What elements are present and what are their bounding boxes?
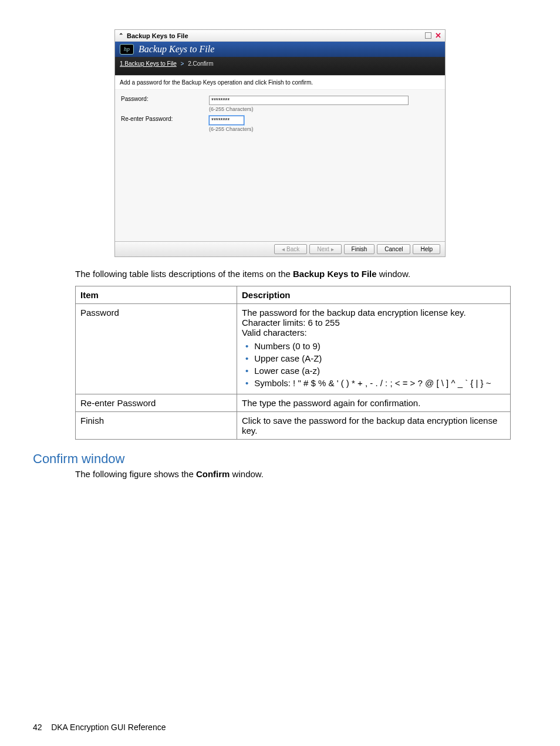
list-item: Numbers (0 to 9) [245, 341, 505, 351]
next-button[interactable]: Next ▸ [309, 244, 341, 254]
table-header-row: Item Description [76, 286, 511, 304]
help-button[interactable]: Help [413, 244, 440, 254]
table-row: Re-enter Password The type the password … [76, 394, 511, 412]
desc-line: Valid characters: [242, 328, 505, 337]
page-footer: 42 DKA Encryption GUI Reference [33, 723, 166, 732]
title-bar: ⌃ Backup Keys to File ✕ [115, 30, 445, 42]
reenter-password-hint: (6-255 Characters) [209, 126, 409, 132]
intro-1a: The following table lists descriptions o… [75, 269, 293, 279]
title-bar-text: Backup Keys to File [127, 32, 188, 39]
cell-desc: Click to save the password for the backu… [237, 412, 511, 440]
collapse-icon[interactable]: ⌃ [119, 32, 123, 39]
list-item: Lower case (a-z) [245, 366, 505, 376]
password-hint: (6-255 Characters) [209, 106, 409, 112]
col-description: Description [237, 286, 511, 304]
section-intro: The following figure shows the Confirm w… [75, 469, 485, 479]
cancel-button[interactable]: Cancel [377, 244, 410, 254]
table-row: Password The password for the backup dat… [76, 304, 511, 394]
reenter-password-label: Re-enter Password: [121, 116, 209, 122]
cell-item: Finish [76, 412, 237, 440]
reenter-password-input[interactable] [209, 116, 244, 125]
wizard-header: hp Backup Keys to File [115, 42, 445, 57]
button-bar: ◂ Back Next ▸ Finish Cancel Help [115, 241, 445, 256]
instruction-text: Add a password for the Backup Keys opera… [115, 75, 445, 90]
cell-item: Password [76, 304, 237, 394]
close-icon[interactable]: ✕ [435, 31, 441, 40]
intro-2b: Confirm [196, 469, 230, 479]
maximize-icon[interactable] [425, 32, 431, 39]
list-item: Symbols: ! " # $ % & ' ( ) * + , - . / :… [245, 378, 505, 388]
page-number: 42 [33, 723, 42, 732]
list-item: Upper case (A-Z) [245, 353, 505, 363]
table-row: Finish Click to save the password for th… [76, 412, 511, 440]
desc-line: The password for the backup data encrypt… [242, 308, 505, 318]
hp-logo-icon: hp [120, 44, 134, 55]
intro-1c: window. [377, 269, 411, 279]
footer-title: DKA Encryption GUI Reference [51, 723, 166, 732]
cell-item: Re-enter Password [76, 394, 237, 412]
password-label: Password: [121, 96, 209, 102]
password-input[interactable] [209, 96, 409, 105]
breadcrumb: 1.Backup Keys to File > 2.Confirm [115, 57, 445, 75]
crumb-sep: > [181, 60, 184, 67]
table-intro: The following table lists descriptions o… [75, 269, 485, 279]
col-item: Item [76, 286, 237, 304]
crumb-step2: 2.Confirm [188, 60, 213, 67]
bullet-list: Numbers (0 to 9) Upper case (A-Z) Lower … [242, 341, 505, 388]
wizard-header-text: Backup Keys to File [139, 44, 214, 55]
intro-1b: Backup Keys to File [293, 269, 377, 279]
description-table: Item Description Password The password f… [75, 286, 511, 440]
intro-2c: window. [230, 469, 264, 479]
finish-button[interactable]: Finish [344, 244, 375, 254]
intro-2a: The following figure shows the [75, 469, 196, 479]
desc-line: Character limits: 6 to 255 [242, 318, 505, 328]
cell-desc: The type the password again for confirma… [237, 394, 511, 412]
back-button[interactable]: ◂ Back [274, 244, 307, 254]
wizard-window: ⌃ Backup Keys to File ✕ hp Backup Keys t… [114, 29, 446, 257]
crumb-step1[interactable]: 1.Backup Keys to File [120, 60, 177, 67]
section-heading: Confirm window [33, 451, 527, 467]
cell-desc: The password for the backup data encrypt… [237, 304, 511, 394]
form-area: Password: (6-255 Characters) Re-enter Pa… [115, 90, 445, 241]
